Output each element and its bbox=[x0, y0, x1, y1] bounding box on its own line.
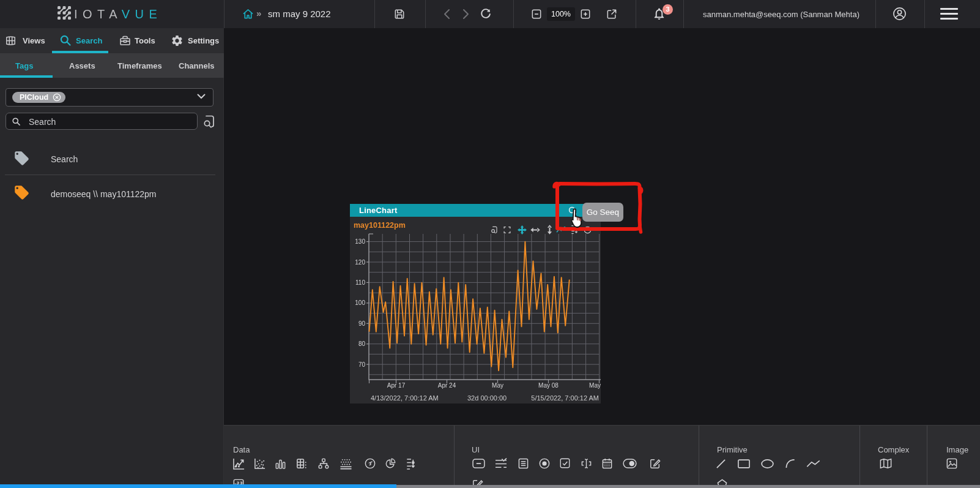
svg-text:May: May bbox=[589, 382, 601, 389]
svg-text:90: 90 bbox=[358, 320, 366, 327]
svg-text:May 08: May 08 bbox=[538, 382, 559, 389]
svg-text:120: 120 bbox=[355, 259, 365, 266]
svg-text:Apr 17: Apr 17 bbox=[387, 382, 406, 389]
svg-text:May: May bbox=[492, 382, 503, 389]
svg-text:80: 80 bbox=[358, 340, 366, 347]
svg-text:110: 110 bbox=[355, 279, 365, 286]
svg-text:Apr 24: Apr 24 bbox=[438, 382, 456, 389]
svg-text:130: 130 bbox=[355, 238, 365, 245]
svg-text:70: 70 bbox=[358, 361, 366, 368]
svg-text:100: 100 bbox=[355, 299, 365, 306]
